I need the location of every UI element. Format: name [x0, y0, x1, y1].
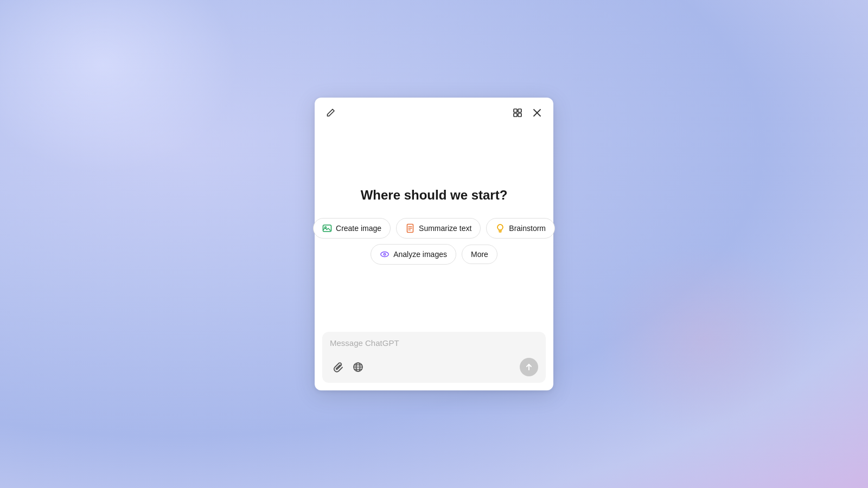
svg-point-16: [384, 254, 385, 254]
summarize-text-chip[interactable]: Summarize text: [396, 218, 481, 239]
svg-rect-1: [518, 109, 521, 112]
document-icon: [405, 223, 415, 233]
brainstorm-chip[interactable]: Brainstorm: [486, 218, 555, 239]
svg-rect-2: [514, 113, 517, 117]
brainstorm-label: Brainstorm: [509, 224, 546, 233]
chat-window: Where should we start? Create image: [315, 98, 553, 390]
more-chip[interactable]: More: [462, 245, 497, 264]
suggestion-row-2: Analyze images More: [371, 244, 497, 265]
expand-button[interactable]: [510, 105, 525, 120]
paperclip-icon: [333, 362, 344, 373]
svg-rect-0: [514, 109, 517, 112]
main-heading: Where should we start?: [361, 188, 508, 203]
more-label: More: [471, 250, 488, 259]
summarize-text-label: Summarize text: [419, 224, 471, 233]
image-icon: [322, 223, 332, 233]
title-bar: [315, 98, 553, 120]
globe-button[interactable]: [349, 358, 367, 376]
new-chat-button[interactable]: [323, 105, 339, 120]
suggestions-container: Create image Summarize text: [313, 218, 555, 265]
send-button[interactable]: [520, 358, 538, 376]
create-image-label: Create image: [336, 224, 381, 233]
eye-icon: [380, 249, 390, 259]
send-icon: [525, 363, 533, 371]
attach-button[interactable]: [330, 358, 347, 376]
input-toolbar: [330, 358, 538, 376]
close-button[interactable]: [529, 105, 545, 120]
main-content: Where should we start? Create image: [315, 120, 553, 332]
svg-rect-3: [518, 113, 521, 117]
input-area: [322, 332, 546, 383]
suggestion-row-1: Create image Summarize text: [313, 218, 555, 239]
analyze-images-label: Analyze images: [393, 250, 447, 259]
edit-icon: [326, 108, 336, 118]
lightbulb-icon: [495, 223, 505, 233]
analyze-images-chip[interactable]: Analyze images: [371, 244, 456, 265]
close-icon: [533, 108, 541, 117]
globe-icon: [353, 362, 363, 373]
title-bar-right: [510, 105, 545, 120]
message-input[interactable]: [330, 338, 538, 350]
title-bar-left: [323, 105, 339, 120]
create-image-chip[interactable]: Create image: [313, 218, 391, 239]
expand-icon: [513, 108, 522, 118]
